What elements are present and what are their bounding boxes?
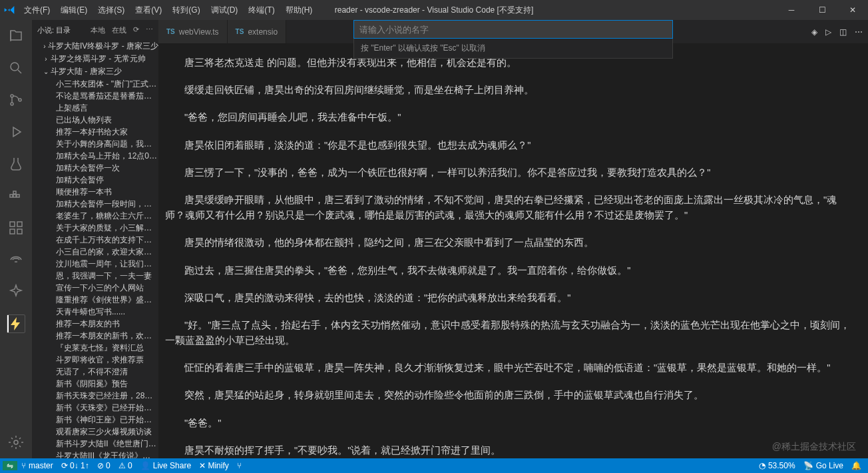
chapter-item[interactable]: 在成千上万书友的支持下，终于... <box>32 234 158 246</box>
chapter-item[interactable]: 恩，我强调一下，一夫一妻 <box>32 270 158 282</box>
menu-terminal[interactable]: 终端(T) <box>243 0 280 20</box>
sidebar-title: 小说: 目录 <box>37 25 71 35</box>
remote-indicator[interactable]: ⇋ <box>3 461 17 470</box>
chapter-item[interactable]: 新书《神印王座》已开始上传。 <box>32 414 158 426</box>
chapter-item[interactable]: 加精大会暂停一次 <box>32 162 158 174</box>
menu-selection[interactable]: 选择(S) <box>93 0 130 20</box>
watermark: @稀土掘金技术社区 <box>772 441 856 453</box>
compare-icon[interactable]: ◈ <box>811 27 817 37</box>
chapter-item[interactable]: 隆重推荐《剑侠世界》盛大版 <box>32 294 158 306</box>
chapter-item[interactable]: 汶川地震一周年，让我们为死难... <box>32 258 158 270</box>
source-control-icon[interactable] <box>0 84 32 116</box>
menu-go[interactable]: 转到(G) <box>167 0 205 20</box>
chapter-item[interactable]: 新书《天珠变》已经开始更新 <box>32 402 158 414</box>
reader-icon[interactable] <box>7 314 25 333</box>
fork-icon[interactable]: ⑂ <box>233 461 246 470</box>
tab-extension[interactable]: TSextensio <box>228 20 286 43</box>
menu-help[interactable]: 帮助(H) <box>280 0 318 20</box>
debug-icon[interactable] <box>0 116 32 148</box>
tab-label: webView.ts <box>179 27 219 37</box>
chapter-item[interactable]: 加精大会马上开始，12点05到12... <box>32 150 158 162</box>
errors-count[interactable]: ⊘ 0 <box>93 461 114 470</box>
book-item-1[interactable]: ›斗罗之终焉斗罗 - 无常元帅 <box>32 53 158 65</box>
menu-view[interactable]: 查看(V) <box>130 0 167 20</box>
liveshare[interactable]: 👤 Live Share <box>136 461 195 470</box>
chapter-item[interactable]: 推荐一本朋友的新书，欢迎大家... <box>32 330 158 342</box>
search-icon[interactable] <box>0 52 32 84</box>
git-branch[interactable]: ⑂ master <box>17 461 57 470</box>
chapter-item[interactable]: 加精大会暂停一段时间，特此通知 <box>32 198 158 210</box>
chapter-item[interactable]: 不论是骂番茄还是替番茄辩解的... <box>32 90 158 102</box>
chapter-item[interactable]: 推荐一本好书给大家 <box>32 126 158 138</box>
explorer-icon[interactable] <box>0 20 32 52</box>
chapter-item[interactable]: 新书《阴阳冕》预告 <box>32 378 158 390</box>
svg-rect-10 <box>17 229 22 234</box>
ts-file-icon: TS <box>236 28 244 35</box>
chapter-item[interactable]: 老婆生了，糖糖公主六斤六两, ... <box>32 210 158 222</box>
command-palette: 按 "Enter" 以确认或按 "Esc" 以取消 <box>353 20 673 59</box>
sparkle-icon[interactable] <box>0 276 32 308</box>
minify[interactable]: ✕ Minify <box>195 461 233 470</box>
chapter-item[interactable]: 上架感言 <box>32 102 158 114</box>
chapter-item[interactable]: 已出场人物列表 <box>32 114 158 126</box>
settings-icon[interactable] <box>0 426 32 458</box>
chapter-item[interactable]: 关于大家的质疑，小三解释两句。 <box>32 222 158 234</box>
ts-file-icon: TS <box>166 28 175 35</box>
chapter-item[interactable]: 新书斗罗大陆II《绝世唐门》... <box>32 438 158 450</box>
reader-content: 唐三将老杰克送走 的问题。但他并没有表现出来，他相信，机会还是有的。缓缓走回铁匠… <box>158 43 868 458</box>
svg-rect-7 <box>13 191 16 194</box>
chapter-item[interactable]: 天青牛蟒也写书...... <box>32 306 158 318</box>
sidebar: 小说: 目录 本地 在线 ⟳ ⋯ ›斗罗大陆IV终极斗罗 - 唐家三少 ›斗罗之… <box>32 20 158 458</box>
refresh-icon[interactable]: ⟳ <box>133 25 139 35</box>
chapter-item[interactable]: 小三自己的家，欢迎大家去看看 <box>32 246 158 258</box>
palette-input[interactable] <box>353 20 673 39</box>
chevron-down-icon: ⌄ <box>41 68 51 75</box>
tree: ›斗罗大陆IV终极斗罗 - 唐家三少 ›斗罗之终焉斗罗 - 无常元帅 ⌄斗罗大陆… <box>32 40 158 458</box>
chapter-item[interactable]: 小三书友团体 - "唐门"正式成立。 <box>32 78 158 90</box>
paragraph: 跑过去，唐三握住唐昊的拳头，"爸爸，您别生气，我不去做魂师就是了。我一直陪着你，… <box>165 263 852 278</box>
menu-file[interactable]: 文件(F) <box>19 0 55 20</box>
chevron-right-icon: › <box>41 55 51 63</box>
remote-icon[interactable] <box>0 244 32 276</box>
menu-debug[interactable]: 调试(D) <box>206 0 244 20</box>
split-icon[interactable]: ◫ <box>839 27 847 37</box>
chapter-item[interactable]: 斗罗大陆III《龙王传说》正式开... <box>32 450 158 458</box>
source-online[interactable]: 在线 <box>112 25 126 35</box>
zoom-percent[interactable]: ◔ 53.50% <box>755 461 799 470</box>
chapter-item[interactable]: 推荐一本朋友的书 <box>32 318 158 330</box>
chapter-item[interactable]: 新书天珠变已经注册，28号正式... <box>32 390 158 402</box>
tab-label: extensio <box>248 27 278 37</box>
activity-bar <box>0 20 32 458</box>
svg-point-1 <box>11 95 13 97</box>
tab-webview[interactable]: TSwebView.ts <box>158 20 228 43</box>
maximize-button[interactable]: ☐ <box>807 0 837 20</box>
book-label: 斗罗之终焉斗罗 - 无常元帅 <box>51 53 146 65</box>
git-sync[interactable]: ⟳ 0↓ 1↑ <box>57 461 93 470</box>
chapter-item[interactable]: 观看唐家三少火爆视频访谈 <box>32 426 158 438</box>
chapter-item[interactable]: 『史莱克七怪』资料汇总 <box>32 342 158 354</box>
run-icon[interactable]: ▷ <box>825 27 831 37</box>
book-item-0[interactable]: ›斗罗大陆IV终极斗罗 - 唐家三少 <box>32 40 158 53</box>
chapter-item[interactable]: 顺便推荐一本书 <box>32 186 158 198</box>
more-icon[interactable]: ⋯ <box>146 25 153 35</box>
menu-edit[interactable]: 编辑(E) <box>55 0 93 20</box>
chapter-item[interactable]: 加精大会暂停 <box>32 174 158 186</box>
go-live[interactable]: 📡 Go Live <box>799 461 847 470</box>
chapter-item[interactable]: 斗罗即将收官，求推荐票 <box>32 354 158 366</box>
svg-rect-8 <box>10 222 15 227</box>
source-local[interactable]: 本地 <box>91 25 105 35</box>
more-icon[interactable]: ⋯ <box>855 27 863 37</box>
menu-bar: 文件(F) 编辑(E) 选择(S) 查看(V) 转到(G) 调试(D) 终端(T… <box>19 0 318 20</box>
extensions-icon[interactable] <box>0 212 32 244</box>
notifications-icon[interactable]: 🔔 <box>847 461 865 470</box>
docker-icon[interactable] <box>0 180 32 212</box>
svg-rect-6 <box>17 195 19 197</box>
warnings-count[interactable]: ⚠ 0 <box>114 461 136 470</box>
test-icon[interactable] <box>0 148 32 180</box>
chapter-item[interactable]: 宣传一下小三的个人网站 <box>32 282 158 294</box>
book-item-2[interactable]: ⌄斗罗大陆 - 唐家三少 <box>32 65 158 78</box>
close-button[interactable]: ✕ <box>837 0 868 20</box>
chapter-item[interactable]: 无语了，不得不澄清 <box>32 366 158 378</box>
minimize-button[interactable]: ─ <box>776 0 807 20</box>
chapter-item[interactable]: 关于小舞的身高问题，我再解释... <box>32 138 158 150</box>
